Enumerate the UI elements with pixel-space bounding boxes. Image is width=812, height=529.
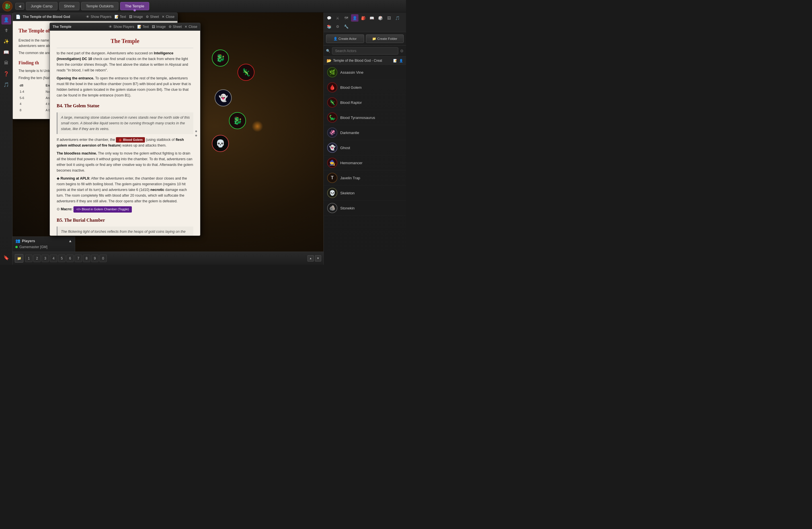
outer-text-button[interactable]: 📝 Text: [114, 15, 126, 19]
token-5[interactable]: 💀: [212, 135, 229, 152]
content-area: 🐉 🦎 👻 🐉 💀: [13, 13, 323, 265]
sidebar-icon-actor[interactable]: 👤: [1, 15, 11, 25]
token-1[interactable]: 🐉: [212, 49, 229, 67]
rs-icon-chat[interactable]: 💬: [325, 14, 333, 21]
actor-item-blood-golem[interactable]: 🩸 Blood Golem: [324, 80, 406, 95]
app-logo[interactable]: 🐉: [2, 1, 13, 11]
rs-icon-compendium[interactable]: 📚: [325, 23, 333, 30]
tab-jungle-camp[interactable]: Jungle Camp: [26, 2, 58, 10]
macro-blood-toggle[interactable]: </> Blood in Golem Chamber (Toggle): [73, 206, 132, 212]
journal-inner-titlebar: The Temple 👁 Show Players 📝 Text 🖼 Image: [50, 23, 200, 31]
tab-shrine[interactable]: Shrine: [59, 2, 80, 10]
para-golem-entry: If adventurers enter the chamber, the 🩸 …: [57, 137, 193, 149]
toolbar-num-7[interactable]: 7: [75, 255, 82, 262]
outer-show-players-button[interactable]: 👁 Show Players: [86, 15, 111, 19]
rs-icon-settings[interactable]: ⚙: [334, 23, 342, 30]
actor-item-blood-raptor[interactable]: 🦎 Blood Raptor: [324, 95, 406, 110]
sidebar-icon-quest[interactable]: ❓: [1, 69, 11, 78]
actor-item-assassin-vine[interactable]: 🌿 Assassin Vine: [324, 65, 406, 80]
outer-image-button[interactable]: 🖼 Image: [129, 15, 143, 19]
rs-icon-playlists[interactable]: 🎵: [394, 14, 401, 21]
actor-item-javelin-trap[interactable]: T Javelin Trap: [324, 171, 406, 186]
player-online-dot: [15, 246, 18, 248]
actor-item-stonekin[interactable]: 🪨 Stonekin: [324, 201, 406, 216]
outer-close-button[interactable]: ✕ Close: [162, 15, 175, 19]
rs-icon-tables[interactable]: 🎲: [377, 14, 384, 21]
actor-avatar-blood-golem: 🩸: [327, 82, 337, 92]
para-bloodless: The bloodless machine. The only way to m…: [57, 150, 193, 173]
sidebar-icon-journal[interactable]: 📖: [1, 47, 11, 57]
search-icon: 🔍: [326, 49, 330, 53]
actor-avatar-skeleton: 💀: [327, 188, 337, 198]
rs-icon-scenes[interactable]: 🖼: [385, 14, 393, 21]
token-2[interactable]: 🦎: [237, 64, 255, 81]
sidebar-icon-bookmark[interactable]: 🔖: [1, 253, 11, 262]
inner-show-players-button[interactable]: 👁 Show Players: [109, 25, 134, 29]
toolbar-num-8[interactable]: 8: [83, 255, 90, 262]
toolbar-num-2[interactable]: 2: [33, 255, 41, 262]
sidebar-bookmark: 🔖: [1, 253, 11, 262]
journal-outer-controls: 👁 Show Players 📝 Text 🖼 Image ⚙ Sheet: [86, 15, 175, 19]
toolbar-num-0[interactable]: 0: [99, 255, 107, 262]
actor-avatar-stonekin: 🪨: [327, 203, 337, 213]
tab-the-temple[interactable]: The Temple: [120, 2, 149, 10]
close-icon-inner: ✕: [185, 25, 187, 29]
top-nav: 🐉 ◀ Jungle Camp Shrine Temple Outskirts …: [0, 0, 406, 13]
nav-collapse-button[interactable]: ◀: [15, 3, 24, 10]
sidebar-icon-items[interactable]: 🗡: [1, 26, 11, 35]
heading-b5: B5. The Burial Chamber: [57, 217, 193, 224]
actor-item-ghost[interactable]: 👻 Ghost: [324, 140, 406, 156]
toolbar-numbers: 1 2 3 4 5 6 7 8 9 0: [25, 255, 107, 262]
rs-icon-support[interactable]: 🔧: [343, 23, 350, 30]
rs-icon-map[interactable]: 🗺: [343, 14, 350, 21]
sidebar-icon-effects[interactable]: ✨: [1, 36, 11, 46]
rs-actor-list: 🌿 Assassin Vine 🩸 Blood Golem 🦎 Blood Ra…: [324, 65, 406, 265]
rs-icon-journal[interactable]: 📖: [368, 14, 376, 21]
rs-icon-combat[interactable]: ⚔: [334, 14, 342, 21]
create-actor-button[interactable]: 👤 Create Actor: [326, 34, 364, 43]
inner-close-button[interactable]: ✕ Close: [185, 25, 197, 29]
toolbar-num-4[interactable]: 4: [50, 255, 57, 262]
journal-inner-content[interactable]: The Temple to the next part of the dunge…: [50, 31, 200, 236]
toolbar-num-9[interactable]: 9: [91, 255, 99, 262]
journal-main-heading: The Temple: [57, 36, 193, 48]
token-3[interactable]: 👻: [215, 89, 232, 106]
rs-icon-actors[interactable]: 👤: [351, 14, 359, 21]
actors-folder-row[interactable]: 📂 Temple of the Blood God - Creat 📝 👤: [324, 57, 406, 65]
inner-sheet-button[interactable]: ⚙ Sheet: [169, 25, 182, 29]
sidebar-icon-music[interactable]: 🎵: [1, 80, 11, 89]
close-icon: ✕: [162, 15, 164, 19]
rs-icon-items[interactable]: 🎒: [360, 14, 367, 21]
actor-item-hemomancer[interactable]: 🧙 Hemomancer: [324, 156, 406, 171]
folder-edit-icon[interactable]: 📝: [393, 59, 397, 62]
actor-item-skeleton[interactable]: 💀 Skeleton: [324, 186, 406, 201]
actor-avatar-blood-raptor: 🦎: [327, 97, 337, 107]
blood-golem-link[interactable]: 🩸 Blood Golem: [116, 137, 145, 143]
toolbar-num-5[interactable]: 5: [58, 255, 66, 262]
rs-search-bar: 🔍 ⚙: [324, 45, 406, 57]
actors-config-icon[interactable]: ⚙: [400, 49, 404, 53]
journal-inner-title: The Temple: [53, 25, 71, 29]
inner-text-button[interactable]: 📝 Text: [137, 25, 149, 29]
folder-user-icon[interactable]: 👤: [399, 59, 403, 62]
zoom-down-button[interactable]: ▼: [315, 255, 321, 262]
outer-sheet-button[interactable]: ⚙ Sheet: [146, 15, 159, 19]
inner-image-button[interactable]: 🖼 Image: [152, 25, 166, 29]
toolbar-num-3[interactable]: 3: [42, 255, 49, 262]
actor-item-darkmantle[interactable]: 🦑 Darkmantle: [324, 125, 406, 140]
toolbar-num-6[interactable]: 6: [66, 255, 74, 262]
bottom-toolbar: 📁 1 2 3 4 5 6 7 8 9 0 ▲ ▼: [13, 252, 323, 265]
actor-item-blood-tyrannosaurus[interactable]: 🦕 Blood Tyrannosaurus: [324, 110, 406, 125]
rs-top-icons: 💬 ⚔ 🗺 👤 🎒 📖 🎲 🖼 🎵 📚 ⚙ 🔧: [324, 13, 406, 32]
players-bar-header[interactable]: 👥 Players ▲: [15, 238, 72, 243]
actor-avatar-darkmantle: 🦑: [327, 128, 337, 138]
toolbar-folder-btn[interactable]: 📁: [15, 254, 23, 263]
create-folder-button[interactable]: 📁 Create Folder: [366, 34, 404, 43]
toolbar-num-1[interactable]: 1: [25, 255, 32, 262]
zoom-up-button[interactable]: ▲: [307, 255, 314, 262]
search-actors-input[interactable]: [332, 47, 398, 55]
sidebar-icon-compendium[interactable]: 🏛: [1, 58, 11, 68]
token-4[interactable]: 🐉: [229, 112, 246, 129]
tab-temple-outskirts[interactable]: Temple Outskirts: [81, 2, 118, 10]
actor-name-stonekin: Stonekin: [340, 206, 355, 210]
